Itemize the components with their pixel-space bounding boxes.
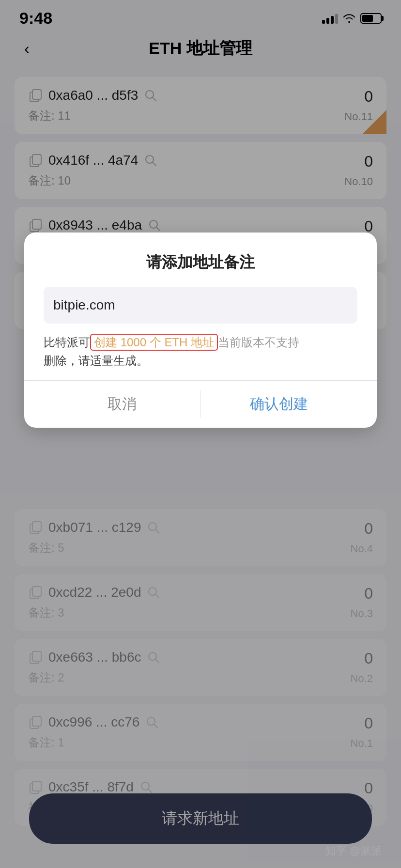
dialog-title: 请添加地址备注 xyxy=(44,252,357,273)
watermark: 知乎 @派派 xyxy=(325,844,382,858)
dialog-actions: 取消 确认创建 xyxy=(44,381,357,428)
notice-unsupported: 当前版本不支持 xyxy=(218,336,299,349)
cancel-button[interactable]: 取消 xyxy=(44,381,200,428)
notice-highlight-text: 创建 1000 个 ETH 地址 xyxy=(94,336,214,349)
modal-overlay xyxy=(0,0,401,868)
notice-prefix: 比特派可 xyxy=(44,336,90,349)
notice-highlight: 创建 1000 个 ETH 地址 xyxy=(90,334,218,351)
add-note-dialog: 请添加地址备注 比特派可创建 1000 个 ETH 地址当前版本不支持删除，请适… xyxy=(24,232,377,428)
confirm-button[interactable]: 确认创建 xyxy=(201,381,358,428)
note-input[interactable] xyxy=(44,287,357,324)
dialog-notice: 比特派可创建 1000 个 ETH 地址当前版本不支持删除，请适量生成。 xyxy=(44,333,357,371)
notice-suffix: 删除，请适量生成。 xyxy=(44,354,148,367)
